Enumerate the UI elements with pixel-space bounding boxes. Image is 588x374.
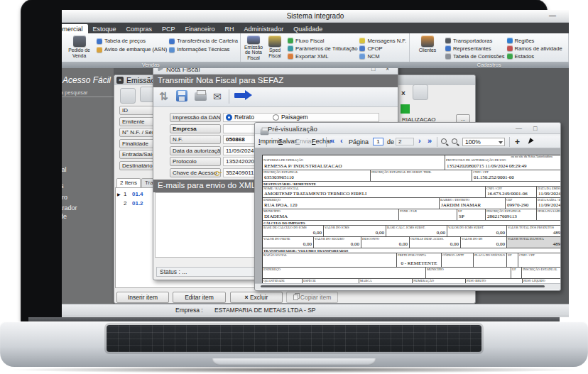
cfop-icon: [359, 45, 365, 51]
estados-button[interactable]: Estados: [507, 53, 562, 60]
tabela-de-precos-button[interactable]: Tabela de preços: [97, 37, 167, 45]
save-icon[interactable]: [176, 90, 187, 101]
aviso-de-embarque-asn-button[interactable]: Aviso de embarque (ASN): [97, 45, 167, 53]
tab-itens[interactable]: 2 Itens: [116, 178, 141, 187]
parametros-de-tributacao-button[interactable]: Parâmetros de Tributação: [288, 45, 357, 52]
transferencia-de-carteira-button[interactable]: Transferência de Carteira: [169, 37, 238, 45]
aviso-de-embarque-asn-icon: [97, 47, 102, 53]
pan-tool-icon[interactable]: +: [515, 137, 520, 147]
danfe-cell-value: RUA IPOA, 120: [264, 202, 437, 208]
danfe-cell-label: DATA DA EMISSÃO: [538, 187, 560, 190]
tabela-de-comissoes-button[interactable]: Tabela de Comissões: [445, 53, 505, 60]
sidebar-item-administrador[interactable]: Administrador: [62, 204, 77, 212]
close-icon[interactable]: ×: [386, 68, 389, 72]
horizontal-scrollbar[interactable]: [255, 283, 560, 289]
ncm-button[interactable]: NCM: [359, 53, 406, 60]
ribbon-group-vendas: Pedido de VendaTabela de preçosAviso de …: [62, 33, 241, 62]
close-icon[interactable]: ×: [401, 89, 405, 97]
toolbar-separator: [229, 89, 229, 104]
menu-salvar[interactable]: Salvar: [278, 138, 297, 145]
clientes-button[interactable]: Clientes: [412, 35, 443, 60]
danfe-section-destinatario-remetente: DESTINATÁRIO / REMETENTE: [263, 181, 560, 186]
dialog-toolbar: ⇅ ✉: [153, 87, 398, 107]
maximize-icon[interactable]: □: [533, 125, 537, 132]
next-page-icon[interactable]: ›: [418, 136, 421, 145]
menu-fechar[interactable]: Fechar: [312, 138, 332, 145]
tab-pcp[interactable]: PCP: [157, 24, 180, 33]
excluir-button[interactable]: × Excluir: [230, 292, 283, 303]
first-page-icon[interactable]: «: [330, 136, 334, 145]
page-number-input[interactable]: [373, 138, 383, 145]
inserir-item-button[interactable]: Inserir item: [116, 292, 169, 303]
tab-qualidade[interactable]: Qualidade: [288, 24, 327, 33]
dialog-title: Nota Fiscal: [166, 68, 200, 73]
radio-paisagem[interactable]: Paisagem: [273, 114, 308, 121]
maximize-icon[interactable]: □: [371, 68, 375, 72]
informacoes-tecnicas-button[interactable]: Informações Técnicas: [169, 45, 238, 53]
minimize-icon[interactable]: —: [516, 125, 522, 132]
copiar-item-button[interactable]: Copiar item: [286, 292, 338, 303]
ribbon-column: Fluxo FiscalParâmetros de TributaçãoExpo…: [288, 35, 357, 60]
tab-estoque[interactable]: Estoque: [88, 24, 121, 33]
scrollbar-thumb[interactable]: [261, 285, 545, 287]
danfe-cell-value: 0 - REMETENTE: [398, 260, 440, 266]
transportadoras-icon: [445, 38, 451, 43]
danfe-cell-label: UF: [512, 268, 516, 271]
print-icon[interactable]: [195, 90, 207, 101]
preview-document-area[interactable]: ou no site da Sefaz Autorizadora NATUREZ…: [255, 148, 560, 283]
exportar-xml-button[interactable]: Exportar XML: [288, 53, 357, 60]
radio-retrato[interactable]: Retrato: [226, 114, 254, 121]
ramos-de-atividade-button[interactable]: Ramos de atividade: [507, 45, 562, 52]
tab-rh[interactable]: RH: [220, 24, 239, 33]
sidebar-item-financeiro[interactable]: Financeiro: [62, 194, 67, 202]
transmit-icon[interactable]: ⇅: [159, 90, 168, 103]
tab-financeiro[interactable]: Financeiro: [180, 24, 220, 33]
sidebar-item-comercial[interactable]: Comercial: [62, 166, 67, 174]
fluxo-fiscal-icon: [288, 38, 293, 43]
danfe-cell-valor-do-icms: VALOR DO ICMS0,00: [323, 226, 386, 236]
cursor-tool-icon[interactable]: [528, 138, 534, 145]
danfe-cell-frete-por-conta: FRETE POR CONTA0 - REMETENTE: [396, 253, 441, 267]
statusbar-company: ESTAMPARIA DE METAIS LTDA - SP: [214, 307, 315, 314]
row-value: 01.2: [132, 200, 143, 207]
emissao-toolbar-icon[interactable]: [120, 88, 136, 104]
zoom-in-icon[interactable]: [452, 138, 457, 144]
danfe-cell-value: 0,00: [325, 230, 384, 236]
close-icon[interactable]: ×: [116, 77, 124, 84]
ribbon-item-label: Tabela de preços: [104, 38, 146, 44]
regioes-icon: [507, 38, 513, 43]
email-icon[interactable]: ✉: [213, 90, 222, 103]
emissao-de-nota-fiscal-button[interactable]: Emissão de Nota Fiscal: [243, 35, 264, 60]
pedido-de-venda-button[interactable]: Pedido de Venda: [64, 35, 94, 60]
danfe-cell-inscricao-estadual: INSCRIÇÃO ESTADUAL635303965110: [263, 170, 370, 181]
tab-compras[interactable]: Compras: [121, 24, 158, 33]
prev-page-icon[interactable]: ‹: [340, 136, 343, 145]
menu-enviar[interactable]: Enviar: [295, 138, 314, 145]
danfe-orientation-group[interactable]: RetratoPaisagem: [223, 113, 379, 122]
tab-comercial[interactable]: Comercial: [62, 24, 88, 33]
last-page-icon[interactable]: »: [428, 136, 432, 145]
laptop-screen-bezel: Sistema integrado — ComercialEstoqueComp…: [21, 0, 547, 324]
regioes-button[interactable]: Regiões: [507, 37, 562, 44]
cfop-button[interactable]: CFOP: [359, 45, 406, 52]
tab-administrador[interactable]: Administrador: [239, 24, 289, 33]
sidebar-item-compras[interactable]: Compras: [62, 182, 64, 190]
sped-fiscal-button[interactable]: Sped Fiscal: [264, 35, 285, 60]
zoom-out-icon[interactable]: [441, 138, 447, 144]
dialog-titlebar: Nota Fiscal □ ×: [153, 68, 398, 75]
editar-item-button[interactable]: Editar item: [173, 292, 226, 303]
zoom-select[interactable]: 100%: [462, 138, 505, 146]
danfe-cell-placa-do-veiculo: PLACA DO VEÍCULO: [473, 253, 506, 267]
send-arrow-icon[interactable]: [234, 93, 246, 98]
mensagens-n-f-button[interactable]: Mensagens N.F.: [359, 37, 406, 44]
representantes-button[interactable]: Representantes: [445, 45, 505, 52]
sidebar-search-input[interactable]: para pesquisar: [62, 88, 114, 97]
danfe-cell-label: ENDEREÇO: [263, 268, 281, 271]
dialog-label-chave-de-acesso: Chave de Acesso: [170, 168, 221, 177]
minimize-icon[interactable]: —: [549, 11, 556, 19]
emissao-toolbar-icon[interactable]: [413, 84, 428, 100]
sidebar-item-qualidade[interactable]: Qualidade: [62, 213, 67, 221]
transportadoras-button[interactable]: Transportadoras: [445, 37, 505, 44]
statusbar-label: Empresa :: [175, 307, 203, 314]
fluxo-fiscal-button[interactable]: Fluxo Fiscal: [288, 37, 357, 44]
